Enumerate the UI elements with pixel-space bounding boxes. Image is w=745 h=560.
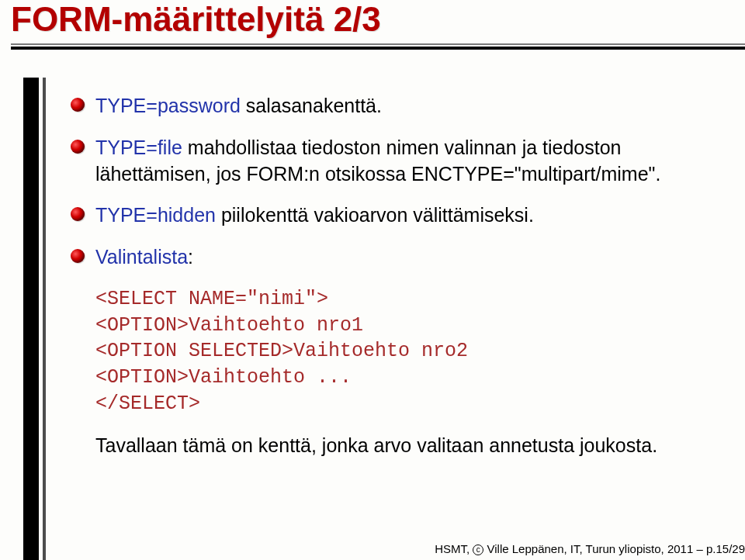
code-line: <OPTION SELECTED>Vaihtoehto nro2: [95, 340, 468, 362]
sidebar-bar-thin: [43, 78, 46, 560]
code-block: <SELECT NAME="nimi"> <OPTION>Vaihtoehto …: [66, 286, 729, 417]
content-area: TYPE=password salasanakenttä. TYPE=file …: [66, 93, 729, 458]
code-line: <SELECT NAME="nimi">: [95, 288, 328, 310]
term-colon: :: [188, 246, 193, 268]
bullet-item: TYPE=password salasanakenttä.: [66, 93, 729, 119]
code-line: <OPTION>Vaihtoehto ...: [95, 366, 352, 389]
bullet-item: TYPE=hidden piilokenttä vakioarvon välit…: [66, 202, 729, 229]
footer-rest: Ville Leppänen, IT, Turun yliopisto, 201…: [483, 542, 745, 555]
term: TYPE=hidden: [95, 204, 216, 226]
note-text: Tavallaan tämä on kenttä, jonka arvo val…: [66, 433, 729, 459]
code-line: <OPTION>Vaihtoehto nro1: [95, 314, 363, 337]
footer-prefix: HSMT,: [435, 542, 473, 555]
code-line: </SELECT>: [95, 392, 200, 415]
sidebar-bar-thick: [23, 78, 39, 560]
copyright-icon: c: [473, 544, 483, 555]
bullet-item: Valintalista:: [66, 244, 729, 271]
bullet-item: TYPE=file mahdollistaa tiedoston nimen v…: [66, 135, 729, 188]
term-rest: piilokenttä vakioarvon välittämiseksi.: [216, 204, 534, 226]
term: TYPE=file: [95, 137, 182, 158]
term: Valintalista: [95, 246, 188, 268]
title-underline: [11, 43, 745, 50]
term-rest: salasanakenttä.: [241, 95, 382, 116]
page-title: FORM-määrittelyitä 2/3: [11, 0, 381, 39]
term: TYPE=password: [95, 95, 241, 116]
footer: HSMT, c Ville Leppänen, IT, Turun yliopi…: [435, 542, 745, 555]
